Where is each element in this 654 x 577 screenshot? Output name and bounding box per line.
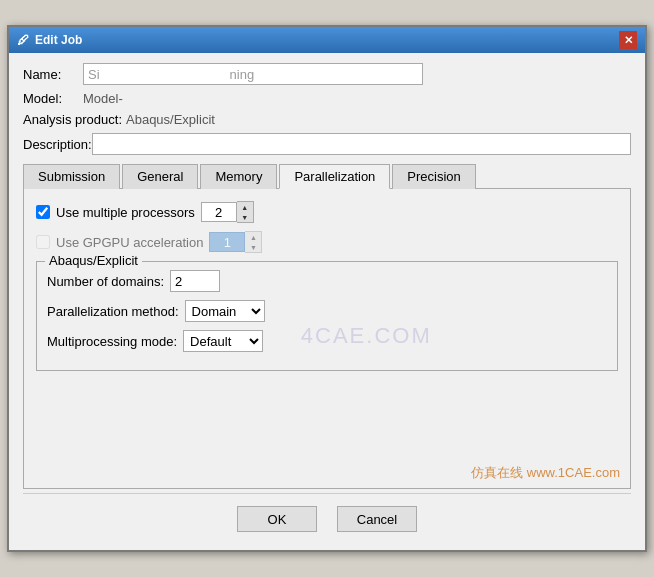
tab-parallelization[interactable]: Parallelization bbox=[279, 164, 390, 189]
multiprocessing-mode-row: Multiprocessing mode: Default Threads MP… bbox=[47, 330, 607, 352]
parallelization-method-row: Parallelization method: Domain Loop bbox=[47, 300, 607, 322]
tab-memory[interactable]: Memory bbox=[200, 164, 277, 189]
tab-precision[interactable]: Precision bbox=[392, 164, 475, 189]
processors-up-btn[interactable]: ▲ bbox=[237, 202, 253, 212]
ok-button[interactable]: OK bbox=[237, 506, 317, 532]
description-row: Description: bbox=[23, 133, 631, 155]
processors-input[interactable] bbox=[201, 202, 237, 222]
num-domains-input[interactable] bbox=[170, 270, 220, 292]
num-domains-row: Number of domains: bbox=[47, 270, 607, 292]
tab-general[interactable]: General bbox=[122, 164, 198, 189]
parallelization-method-label: Parallelization method: bbox=[47, 304, 179, 319]
analysis-value: Abaqus/Explicit bbox=[126, 112, 215, 127]
title-bar: 🖊 Edit Job ✕ bbox=[9, 27, 645, 53]
model-value: Model- bbox=[83, 91, 217, 106]
processors-down-btn[interactable]: ▼ bbox=[237, 212, 253, 222]
gpgpu-input[interactable] bbox=[209, 232, 245, 252]
processors-spinner-btns: ▲ ▼ bbox=[237, 201, 254, 223]
tabs-container: Submission General Memory Parallelizatio… bbox=[23, 163, 631, 189]
gpgpu-spinner-btns: ▲ ▼ bbox=[245, 231, 262, 253]
parallelization-method-select[interactable]: Domain Loop bbox=[185, 300, 265, 322]
analysis-row: Analysis product: Abaqus/Explicit bbox=[23, 112, 631, 127]
tab-submission[interactable]: Submission bbox=[23, 164, 120, 189]
processors-spinner: ▲ ▼ bbox=[201, 201, 254, 223]
close-button[interactable]: ✕ bbox=[619, 31, 637, 49]
tab-content-parallelization: 4CAE.COM Use multiple processors ▲ ▼ Use… bbox=[23, 189, 631, 489]
analysis-label: Analysis product: bbox=[23, 112, 122, 127]
name-label: Name: bbox=[23, 67, 83, 82]
window-icon: 🖊 bbox=[17, 33, 29, 47]
multiprocessing-mode-label: Multiprocessing mode: bbox=[47, 334, 177, 349]
window-title: Edit Job bbox=[35, 33, 82, 47]
use-multiple-processors-row: Use multiple processors ▲ ▼ bbox=[36, 201, 618, 223]
cancel-button[interactable]: Cancel bbox=[337, 506, 417, 532]
name-row: Name: bbox=[23, 63, 631, 85]
model-row: Model: Model- bbox=[23, 91, 631, 106]
gpgpu-down-btn[interactable]: ▼ bbox=[245, 242, 261, 252]
multiprocessing-mode-select[interactable]: Default Threads MPI bbox=[183, 330, 263, 352]
groupbox-title: Abaqus/Explicit bbox=[45, 253, 142, 268]
button-row: OK Cancel bbox=[23, 493, 631, 540]
use-multiple-processors-label: Use multiple processors bbox=[56, 205, 195, 220]
use-gpgpu-checkbox[interactable] bbox=[36, 235, 50, 249]
window-body: Name: Model: Model- Analysis product: Ab… bbox=[9, 53, 645, 550]
use-gpgpu-label: Use GPGPU acceleration bbox=[56, 235, 203, 250]
use-gpgpu-row: Use GPGPU acceleration ▲ ▼ bbox=[36, 231, 618, 253]
gpgpu-up-btn[interactable]: ▲ bbox=[245, 232, 261, 242]
watermark-corner: 仿真在线 www.1CAE.com bbox=[471, 464, 620, 482]
description-input[interactable] bbox=[92, 133, 631, 155]
name-input[interactable] bbox=[83, 63, 423, 85]
model-label: Model: bbox=[23, 91, 83, 106]
num-domains-label: Number of domains: bbox=[47, 274, 164, 289]
abaqus-explicit-groupbox: Abaqus/Explicit Number of domains: Paral… bbox=[36, 261, 618, 371]
use-multiple-processors-checkbox[interactable] bbox=[36, 205, 50, 219]
edit-job-window: 🖊 Edit Job ✕ Name: Model: Model- Analysi… bbox=[7, 25, 647, 552]
gpgpu-spinner: ▲ ▼ bbox=[209, 231, 262, 253]
description-label: Description: bbox=[23, 137, 92, 152]
